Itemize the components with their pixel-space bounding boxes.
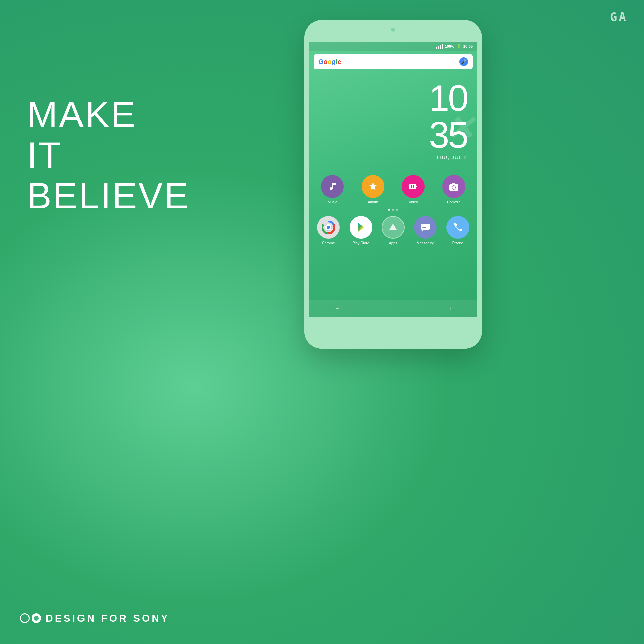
app-chrome[interactable]: Chrome	[317, 216, 340, 245]
music-icon	[321, 175, 344, 198]
svg-point-15	[327, 226, 330, 229]
circle-filled-icon	[32, 613, 41, 623]
nav-back-button[interactable]: ←	[334, 305, 340, 312]
status-bar: 100% 🔋 10:35	[309, 42, 477, 51]
phone-label: Phone	[452, 241, 463, 245]
tagline: MAKE IT BELIEVE	[27, 94, 190, 216]
app-camera[interactable]: Camera	[442, 175, 465, 204]
app-messaging[interactable]: Messaging	[414, 216, 437, 245]
signal-icon	[436, 44, 443, 49]
clock-date: THU, JUL 4	[319, 155, 467, 160]
app-row-1: Music Album	[309, 172, 477, 204]
app-playstore[interactable]: Play Store	[350, 216, 372, 245]
battery-percent: 100%	[445, 44, 454, 48]
apps-label: Apps	[389, 241, 397, 245]
svg-marker-3	[369, 182, 377, 190]
chrome-label: Chrome	[322, 241, 335, 245]
page-dots	[309, 209, 477, 211]
playstore-label: Play Store	[352, 241, 369, 245]
mic-icon[interactable]: 🎤	[459, 57, 468, 66]
dot-1	[388, 209, 390, 211]
bottom-credit: DESIGN FOR SONY	[20, 612, 170, 624]
playstore-icon	[350, 216, 372, 239]
nav-bar: ← □ ⊐	[309, 300, 477, 317]
clock-hour: 10	[319, 79, 467, 116]
tagline-line2: IT	[27, 135, 190, 175]
apps-icon	[382, 216, 405, 239]
google-logo: Google	[318, 58, 341, 66]
dot-3	[396, 209, 398, 211]
phone-bottom-bezel	[304, 317, 482, 349]
svg-rect-21	[422, 227, 426, 228]
messaging-icon	[414, 216, 437, 239]
svg-marker-16	[358, 223, 364, 232]
status-time: 10:35	[463, 44, 473, 48]
signal-bar-2	[438, 46, 439, 49]
svg-marker-17	[389, 224, 397, 230]
svg-point-0	[330, 187, 332, 190]
svg-marker-19	[421, 230, 424, 232]
tagline-line3: BELIEVE	[27, 175, 190, 216]
video-icon	[402, 175, 425, 198]
phone-icon	[446, 216, 469, 239]
app-phone[interactable]: Phone	[446, 216, 469, 245]
tagline-line1: MAKE	[27, 94, 190, 135]
clock-minute: 35	[319, 116, 467, 153]
signal-bar-4	[442, 44, 443, 49]
album-icon	[362, 175, 384, 198]
album-label: Album	[368, 200, 378, 204]
nav-home-button[interactable]: □	[392, 305, 395, 312]
screen-x-decoration: ✕	[446, 109, 474, 148]
svg-rect-20	[422, 226, 428, 226]
messaging-label: Messaging	[417, 241, 434, 245]
svg-marker-5	[416, 185, 417, 188]
svg-rect-7	[413, 185, 414, 188]
phone-screen: 100% 🔋 10:35 Google 🎤 10 35 THU, JUL 4 ✕	[309, 42, 477, 317]
svg-rect-11	[452, 183, 455, 185]
credit-text: DESIGN FOR SONY	[46, 612, 170, 624]
design-circles	[20, 613, 41, 623]
app-apps[interactable]: Apps	[382, 216, 405, 245]
music-label: Music	[328, 200, 337, 204]
svg-point-10	[452, 186, 455, 189]
dot-2	[392, 209, 394, 211]
video-label: Video	[409, 200, 418, 204]
svg-rect-2	[332, 183, 336, 185]
circle-outline-icon	[20, 613, 30, 623]
watermark: GA	[610, 10, 627, 24]
google-search-bar[interactable]: Google 🎤	[314, 54, 473, 69]
phone-mockup: 100% 🔋 10:35 Google 🎤 10 35 THU, JUL 4 ✕	[304, 20, 482, 356]
camera-icon	[442, 175, 465, 198]
camera-label: Camera	[447, 200, 460, 204]
svg-rect-6	[411, 185, 412, 188]
nav-recents-button[interactable]: ⊐	[447, 305, 452, 312]
app-album[interactable]: Album	[362, 175, 384, 204]
signal-bar-3	[440, 45, 441, 49]
battery-icon: 🔋	[457, 44, 461, 49]
app-music[interactable]: Music	[321, 175, 344, 204]
phone-body: 100% 🔋 10:35 Google 🎤 10 35 THU, JUL 4 ✕	[304, 20, 482, 349]
chrome-icon	[317, 216, 340, 239]
svg-rect-18	[421, 224, 430, 230]
signal-bar-1	[436, 47, 437, 49]
app-video[interactable]: Video	[402, 175, 425, 204]
front-camera	[391, 28, 395, 32]
app-dock: Chrome	[309, 214, 477, 245]
